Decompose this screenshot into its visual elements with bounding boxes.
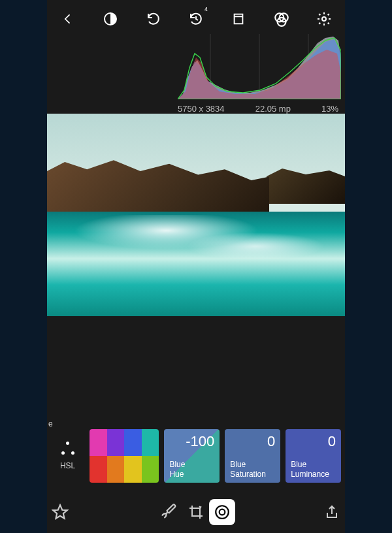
compare-icon[interactable]: [101, 10, 120, 28]
hsl-color-swatch[interactable]: [90, 429, 159, 483]
svg-point-12: [220, 509, 225, 515]
card-label: Blue: [291, 460, 306, 469]
hsl-group[interactable]: HSL: [51, 442, 84, 470]
hsl-label: HSL: [60, 461, 75, 470]
card-label: Hue: [169, 470, 184, 479]
favorite-button[interactable]: [47, 499, 73, 525]
card-label: Blue: [230, 460, 246, 469]
scatter-icon: [61, 442, 74, 455]
brush-button[interactable]: [157, 499, 183, 525]
bottom-toolbar: [47, 491, 345, 533]
image-dimensions: 5750 x 3834: [178, 104, 225, 114]
channels-icon[interactable]: [272, 10, 291, 28]
image-preview[interactable]: [47, 114, 345, 316]
aspect-icon[interactable]: [229, 10, 248, 28]
back-icon[interactable]: [59, 10, 77, 28]
svg-marker-10: [53, 505, 67, 519]
blue-hue-value: -100: [169, 433, 214, 450]
share-button[interactable]: [319, 499, 345, 525]
card-label: Luminance: [291, 470, 329, 479]
undo-icon[interactable]: [144, 10, 163, 28]
svg-point-6: [322, 17, 326, 21]
svg-point-11: [216, 506, 229, 519]
svg-rect-1: [235, 14, 243, 24]
adjust-row: HSL -100 BlueHue 0 BlueSaturation 0 Blue…: [47, 425, 345, 487]
history-badge: 4: [204, 6, 208, 12]
top-toolbar: 4: [47, 0, 345, 38]
blue-luminance-card[interactable]: 0 BlueLuminance: [286, 429, 341, 483]
settings-icon[interactable]: [315, 10, 333, 28]
blue-luminance-value: 0: [291, 433, 336, 450]
card-label: Saturation: [230, 470, 266, 479]
blue-hue-card[interactable]: -100 BlueHue: [164, 429, 220, 483]
blue-saturation-value: 0: [230, 433, 275, 450]
card-label: Blue: [169, 460, 185, 469]
image-megapixels: 22.05 mp: [255, 104, 291, 114]
histogram-panel: 5750 x 3834 22.05 mp 13%: [47, 38, 345, 114]
image-zoom: 13%: [321, 104, 338, 114]
history-icon[interactable]: 4: [187, 10, 205, 28]
blue-saturation-card[interactable]: 0 BlueSaturation: [225, 429, 280, 483]
histogram-chart: [178, 34, 341, 99]
crop-button[interactable]: [183, 499, 209, 525]
adjust-button[interactable]: [209, 499, 235, 525]
